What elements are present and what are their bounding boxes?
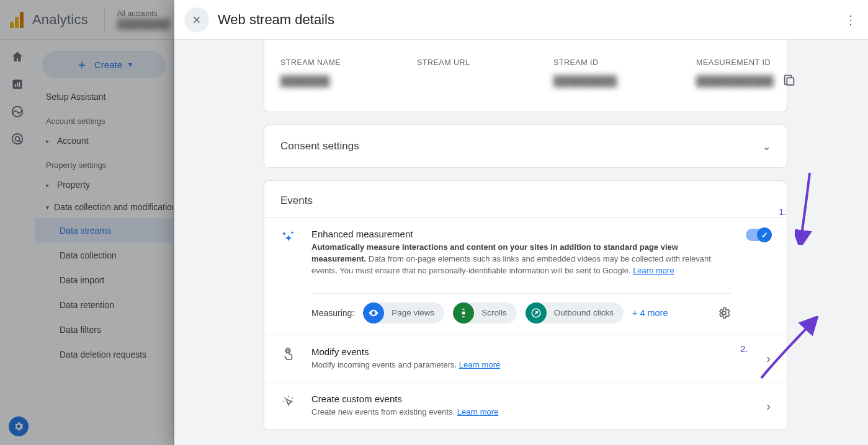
stream-id-label: STREAM ID <box>553 58 684 67</box>
sparkle-icon <box>280 229 297 245</box>
stream-name-value: ███████ <box>280 76 405 87</box>
kebab-menu-button[interactable]: ⋮ <box>844 12 858 27</box>
consent-settings-card[interactable]: Consent settings ⌄ <box>264 125 787 168</box>
gear-icon <box>717 306 731 320</box>
copy-measurement-id-button[interactable] <box>782 73 796 87</box>
modify-events-description: Modify incoming events and parameters. L… <box>311 359 751 371</box>
close-icon <box>191 14 202 25</box>
chip-outbound-clicks: Outbound clicks <box>526 302 624 324</box>
svg-rect-7 <box>787 77 794 85</box>
stream-url-label: STREAM URL <box>417 58 541 67</box>
consent-settings-title: Consent settings <box>280 140 359 152</box>
more-chips-link[interactable]: + 4 more <box>632 308 668 318</box>
toggle-knob-check-icon: ✓ <box>757 227 772 242</box>
enhanced-measurement-title: Enhanced measurement <box>311 229 731 239</box>
measurement-id-label: MEASUREMENT ID <box>696 58 774 67</box>
measuring-label: Measuring: <box>311 308 354 318</box>
touch-icon <box>280 346 297 361</box>
stream-id-column: STREAM ID █████████ <box>553 58 684 87</box>
enhanced-learn-more-link[interactable]: Learn more <box>633 266 674 275</box>
measurement-id-column: MEASUREMENT ID ███████████ <box>696 58 796 87</box>
modify-events-title: Modify events <box>311 346 751 357</box>
annotation-1: 1. <box>795 170 820 245</box>
annotation-2: 2. <box>758 316 820 384</box>
modify-events-row[interactable]: Modify events Modify incoming events and… <box>264 335 787 383</box>
scrolls-icon <box>453 302 474 324</box>
copy-icon <box>782 73 796 87</box>
custom-events-learn-more-link[interactable]: Learn more <box>457 407 498 416</box>
svg-point-11 <box>285 348 290 352</box>
chip-page-views: Page views <box>363 302 444 324</box>
stream-info-card: STREAM NAME ███████ STREAM URL STREAM ID… <box>264 40 787 112</box>
create-custom-events-description: Create new events from existing events. … <box>311 407 751 418</box>
enhanced-measurement-description: Automatically measure interactions and c… <box>311 242 731 277</box>
web-stream-details-panel: Web stream details ⋮ STREAM NAME ███████… <box>174 0 868 445</box>
close-button[interactable] <box>184 7 209 32</box>
panel-header: Web stream details ⋮ <box>174 0 868 40</box>
modify-events-learn-more-link[interactable]: Learn more <box>459 360 500 369</box>
enhanced-settings-gear-button[interactable] <box>717 306 731 320</box>
eye-icon <box>363 302 384 324</box>
chevron-right-icon: › <box>766 399 771 413</box>
measuring-row: Measuring: Page views Scrolls Outbound c… <box>311 293 731 324</box>
stream-name-label: STREAM NAME <box>280 58 405 67</box>
events-section-title: Events <box>264 181 787 218</box>
measurement-id-value: ███████████ <box>696 76 774 87</box>
create-custom-events-title: Create custom events <box>311 394 751 404</box>
stream-name-column: STREAM NAME ███████ <box>280 58 405 87</box>
cursor-click-icon <box>280 394 297 408</box>
enhanced-measurement-toggle[interactable]: ✓ <box>746 229 771 241</box>
create-custom-events-row[interactable]: Create custom events Create new events f… <box>264 382 787 430</box>
panel-title: Web stream details <box>218 12 334 28</box>
events-card: Events Enhanced measurement Automaticall… <box>264 180 787 430</box>
stream-url-column: STREAM URL <box>417 58 541 87</box>
stream-id-value: █████████ <box>553 76 684 87</box>
enhanced-measurement-row: Enhanced measurement Automatically measu… <box>264 218 787 335</box>
chevron-down-icon: ⌄ <box>763 141 771 152</box>
outbound-icon <box>526 302 547 324</box>
chip-scrolls: Scrolls <box>453 302 517 324</box>
svg-point-10 <box>722 311 726 315</box>
svg-point-8 <box>373 312 375 314</box>
